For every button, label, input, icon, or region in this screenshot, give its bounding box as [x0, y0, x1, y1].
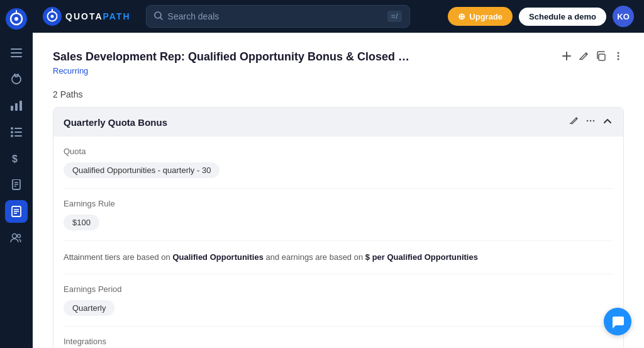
brand-logo: QUOTAPATH	[43, 7, 131, 26]
quota-label: Quota	[64, 147, 613, 156]
title-row: Sales Development Rep: Qualified Opportu…	[53, 50, 624, 76]
avatar-initials: KO	[617, 12, 630, 21]
earnings-period-tag: Quarterly	[64, 300, 114, 316]
brand-text: QUOTAPATH	[65, 11, 131, 21]
svg-point-44	[593, 120, 595, 122]
main-wrapper: QUOTAPATH ⌗/ ⊕ Upgrade Schedule a demo K…	[33, 0, 644, 348]
upgrade-label: Upgrade	[469, 12, 502, 21]
svg-rect-10	[19, 101, 22, 111]
more-icon[interactable]	[613, 50, 624, 65]
svg-rect-6	[11, 56, 22, 57]
svg-rect-9	[15, 103, 18, 111]
earnings-period-section: Earnings Period Quarterly	[64, 274, 613, 327]
attainment-text-before: Attainment tiers are based on	[64, 252, 172, 262]
path-header: Quarterly Quota Bonus	[53, 108, 623, 137]
integrations-section: Integrations	[64, 327, 613, 349]
attainment-bold2: $ per Qualified Opportunities	[365, 252, 478, 262]
svg-point-16	[11, 135, 13, 137]
quota-section: Quota Qualified Opportunities - quarterl…	[64, 137, 613, 189]
sidebar-item-earnings[interactable]: $	[5, 147, 28, 170]
search-shortcut: ⌗/	[387, 11, 401, 22]
earnings-rule-tag: $100	[64, 215, 99, 230]
path-edit-icon[interactable]	[569, 116, 579, 128]
sidebar-item-tasks[interactable]	[5, 121, 28, 143]
copy-icon[interactable]	[596, 51, 606, 65]
path-card: Quarterly Quota Bonus Quota	[53, 107, 624, 348]
attainment-text: Attainment tiers are based on Qualified …	[64, 251, 613, 264]
search-input[interactable]	[168, 11, 383, 21]
svg-rect-8	[11, 106, 13, 111]
svg-point-40	[618, 59, 619, 60]
path-title: Quarterly Quota Bonus	[64, 117, 167, 128]
topnav: QUOTAPATH ⌗/ ⊕ Upgrade Schedule a demo K…	[33, 0, 644, 33]
svg-line-33	[160, 18, 162, 20]
add-icon[interactable]	[561, 50, 572, 65]
earnings-period-label: Earnings Period	[64, 284, 613, 294]
svg-point-15	[11, 131, 13, 133]
svg-point-27	[18, 235, 21, 238]
chat-button[interactable]	[604, 308, 631, 335]
user-avatar[interactable]: KO	[613, 6, 634, 27]
svg-point-7	[12, 75, 21, 84]
title-actions	[561, 50, 624, 65]
logo	[4, 6, 29, 31]
sidebar-item-plans[interactable]	[5, 200, 28, 223]
path-header-actions	[569, 115, 613, 129]
svg-rect-37	[599, 54, 605, 60]
edit-icon[interactable]	[579, 51, 589, 65]
schedule-demo-button[interactable]: Schedule a demo	[519, 8, 606, 26]
page-subtitle: Recurring	[53, 66, 409, 76]
svg-point-43	[590, 120, 592, 122]
svg-rect-5	[11, 52, 22, 53]
chevron-up-icon[interactable]	[602, 115, 613, 129]
svg-point-30	[51, 15, 54, 18]
svg-text:$: $	[12, 154, 18, 164]
sidebar-item-menu[interactable]	[5, 42, 28, 64]
search-bar[interactable]: ⌗/	[146, 5, 410, 28]
upgrade-icon: ⊕	[458, 11, 465, 21]
page-title: Sales Development Rep: Qualified Opportu…	[53, 50, 409, 64]
path-body: Quota Qualified Opportunities - quarterl…	[53, 137, 623, 348]
earnings-rule-label: Earnings Rule	[64, 199, 613, 208]
paths-count: 2 Paths	[53, 89, 624, 99]
attainment-bold1: Qualified Opportunities	[172, 252, 263, 262]
title-block: Sales Development Rep: Qualified Opportu…	[53, 50, 409, 76]
attainment-section: Attainment tiers are based on Qualified …	[64, 241, 613, 274]
svg-point-14	[11, 127, 13, 130]
sidebar: $	[0, 0, 33, 348]
svg-rect-13	[14, 135, 22, 137]
sidebar-item-users[interactable]	[5, 227, 28, 249]
content-area: Sales Development Rep: Qualified Opportu…	[33, 33, 644, 348]
sidebar-item-analytics[interactable]	[5, 94, 28, 117]
svg-rect-4	[11, 48, 22, 50]
search-icon	[154, 11, 163, 22]
svg-rect-11	[14, 128, 22, 129]
schedule-label: Schedule a demo	[529, 12, 596, 21]
path-more-icon[interactable]	[586, 116, 596, 128]
earnings-rule-section: Earnings Rule $100	[64, 189, 613, 241]
attainment-text-middle: and earnings are based on	[264, 252, 365, 262]
svg-point-42	[587, 120, 589, 122]
svg-point-26	[13, 234, 17, 239]
svg-point-39	[618, 55, 619, 57]
svg-rect-12	[14, 132, 22, 133]
svg-point-2	[14, 17, 18, 21]
svg-point-38	[618, 52, 619, 54]
sidebar-item-reports[interactable]	[5, 174, 28, 196]
sidebar-item-contacts[interactable]	[5, 68, 28, 91]
quota-tag: Qualified Opportunities - quarterly - 30	[64, 162, 219, 178]
upgrade-button[interactable]: ⊕ Upgrade	[448, 7, 513, 26]
integrations-label: Integrations	[64, 337, 613, 346]
topnav-actions: ⊕ Upgrade Schedule a demo KO	[448, 6, 634, 27]
